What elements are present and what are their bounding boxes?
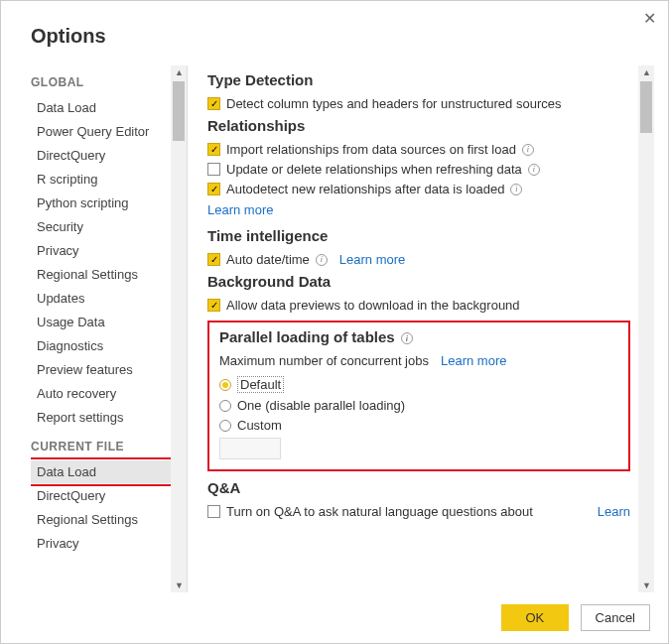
nav-global-updates[interactable]: Updates [31, 287, 187, 310]
sidebar-header-global: GLOBAL [31, 65, 187, 95]
nav-global-privacy[interactable]: Privacy [31, 239, 187, 262]
nav-global-power-query[interactable]: Power Query Editor [31, 120, 187, 143]
parallel-loading-section: Parallel loading of tables Maximum numbe… [207, 321, 630, 471]
info-icon[interactable] [522, 144, 534, 156]
nav-current-directquery[interactable]: DirectQuery [31, 484, 187, 507]
info-icon[interactable] [528, 164, 540, 176]
label-import-rel: Import relationships from data sources o… [226, 142, 516, 157]
label-update-rel: Update or delete relationships when refr… [226, 162, 522, 177]
info-icon[interactable] [316, 254, 328, 266]
dialog-footer: OK Cancel [1, 592, 668, 643]
section-qna: Q&A [207, 479, 630, 496]
label-radio-one: One (disable parallel loading) [237, 398, 405, 413]
label-background-preview: Allow data previews to download in the b… [226, 298, 520, 313]
sidebar-header-current-file: CURRENT FILE [31, 430, 187, 459]
checkbox-auto-datetime[interactable] [207, 253, 220, 266]
nav-global-preview-features[interactable]: Preview features [31, 358, 187, 381]
scroll-down-icon[interactable]: ▼ [175, 580, 184, 590]
checkbox-import-rel[interactable] [207, 143, 220, 156]
nav-global-regional[interactable]: Regional Settings [31, 263, 187, 286]
checkbox-update-rel[interactable] [207, 163, 220, 176]
radio-custom[interactable] [219, 420, 231, 432]
nav-current-data-load[interactable]: Data Load [31, 460, 187, 483]
nav-current-privacy[interactable]: Privacy [31, 532, 187, 555]
link-rel-learn-more[interactable]: Learn more [207, 202, 273, 217]
label-auto-datetime: Auto date/time [226, 252, 310, 267]
link-qna-learn[interactable]: Learn [598, 504, 630, 519]
label-radio-custom: Custom [237, 418, 282, 433]
checkbox-qna[interactable] [207, 505, 220, 518]
radio-default[interactable] [219, 379, 231, 391]
radio-one[interactable] [219, 400, 231, 412]
section-relationships: Relationships [207, 117, 630, 134]
content-scrollbar[interactable]: ▲ ▼ [638, 65, 654, 592]
link-parallel-learn-more[interactable]: Learn more [441, 353, 506, 368]
label-qna: Turn on Q&A to ask natural language ques… [226, 504, 533, 519]
custom-jobs-input[interactable] [219, 438, 281, 459]
nav-global-security[interactable]: Security [31, 215, 187, 238]
info-icon[interactable] [401, 332, 413, 344]
sidebar-scrollbar[interactable]: ▲ ▼ [171, 65, 187, 592]
checkbox-autodetect-rel[interactable] [207, 183, 220, 195]
dialog-title: Options [1, 1, 668, 65]
nav-global-r-scripting[interactable]: R scripting [31, 168, 187, 191]
scroll-up-icon[interactable]: ▲ [175, 67, 184, 77]
nav-global-auto-recovery[interactable]: Auto recovery [31, 382, 187, 405]
ok-button[interactable]: OK [501, 604, 569, 631]
info-icon[interactable] [510, 184, 522, 195]
section-background-data: Background Data [207, 273, 630, 290]
section-time-intelligence: Time intelligence [207, 227, 630, 244]
nav-global-directquery[interactable]: DirectQuery [31, 144, 187, 167]
sidebar-scroll-thumb[interactable] [173, 81, 185, 141]
checkbox-detect-types[interactable] [207, 97, 220, 110]
nav-global-data-load[interactable]: Data Load [31, 96, 187, 119]
link-time-learn-more[interactable]: Learn more [339, 252, 405, 267]
close-button[interactable]: ✕ [643, 9, 656, 28]
label-radio-default: Default [237, 376, 284, 393]
cancel-button[interactable]: Cancel [581, 604, 650, 631]
nav-global-python-scripting[interactable]: Python scripting [31, 192, 187, 214]
nav-global-usage-data[interactable]: Usage Data [31, 311, 187, 333]
label-autodetect-rel: Autodetect new relationships after data … [226, 182, 504, 196]
sidebar: GLOBAL Data Load Power Query Editor Dire… [31, 65, 188, 592]
label-detect-types: Detect column types and headers for unst… [226, 96, 561, 111]
nav-global-report-settings[interactable]: Report settings [31, 406, 187, 429]
section-parallel-loading: Parallel loading of tables [219, 328, 395, 345]
content-scroll-thumb[interactable] [640, 81, 652, 133]
nav-global-diagnostics[interactable]: Diagnostics [31, 334, 187, 357]
options-dialog: ✕ Options GLOBAL Data Load Power Query E… [0, 0, 669, 644]
scroll-up-icon[interactable]: ▲ [642, 67, 651, 77]
label-max-jobs: Maximum number of concurrent jobs [219, 353, 429, 368]
nav-current-regional[interactable]: Regional Settings [31, 508, 187, 531]
section-type-detection: Type Detection [207, 71, 630, 88]
scroll-down-icon[interactable]: ▼ [642, 580, 651, 590]
checkbox-background-preview[interactable] [207, 299, 220, 312]
content-panel: Type Detection Detect column types and h… [188, 65, 654, 592]
